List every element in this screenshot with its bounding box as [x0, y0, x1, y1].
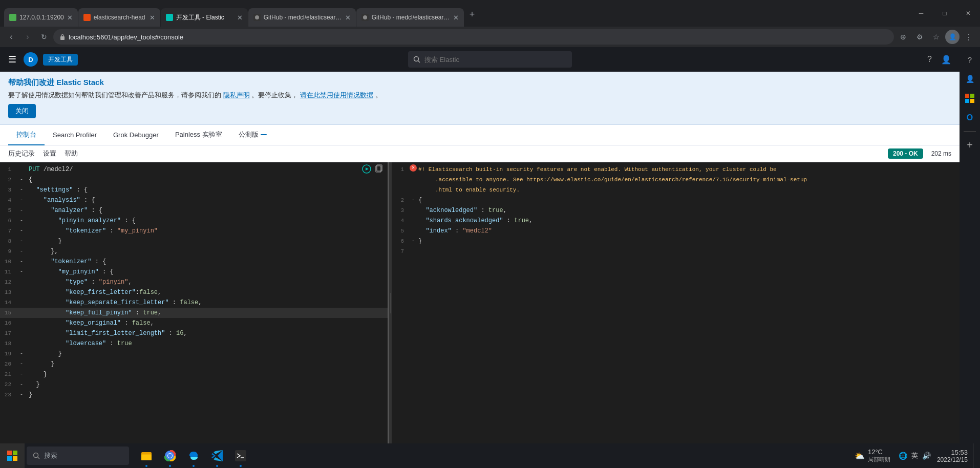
- output-line-2: 2 - {: [392, 195, 960, 205]
- browser-tab-5[interactable]: GitHub - medcl/elasticsearch-an... ✕: [356, 8, 464, 27]
- resize-handle[interactable]: [389, 162, 392, 443]
- clock-time: 15:53: [937, 449, 968, 456]
- tab-1-close[interactable]: ✕: [67, 14, 73, 22]
- browser-profile[interactable]: ⊕: [896, 30, 910, 44]
- browser-tab-3[interactable]: 开发工具 - Elastic ✕: [161, 8, 248, 27]
- tray-network-icon[interactable]: 🌐: [898, 451, 908, 461]
- hamburger-menu[interactable]: ☰: [6, 52, 18, 67]
- output-line-1: 1 ✕ #! Elasticsearch built-in security f…: [392, 164, 960, 175]
- browser-star[interactable]: ☆: [929, 30, 943, 44]
- code-line-7: 7 - "tokenizer" : "my_pinyin": [0, 226, 388, 236]
- taskbar: 搜索 ⛅: [0, 443, 980, 468]
- sidebar-help-icon[interactable]: ?: [962, 51, 978, 68]
- clock-date: 2022/12/15: [937, 456, 968, 463]
- browser-tab-2[interactable]: elasticsearch-head ✕: [78, 8, 160, 27]
- nav-user-icon[interactable]: 👤: [939, 53, 953, 67]
- svg-rect-16: [7, 456, 12, 461]
- sidebar-outlook-icon[interactable]: O: [962, 110, 978, 126]
- left-editor[interactable]: 1 PUT /medcl2/ 2 - { 3 - "settings": [0, 162, 389, 443]
- code-editor[interactable]: 1 PUT /medcl2/ 2 - { 3 - "settings": [0, 162, 388, 443]
- search-input[interactable]: [424, 56, 567, 63]
- sidebar-user-icon[interactable]: 👤: [962, 71, 978, 87]
- svg-rect-15: [13, 451, 17, 455]
- tray-speaker-icon[interactable]: 🔊: [921, 451, 932, 461]
- code-line-20: 20 - }: [0, 359, 388, 369]
- right-sidebar: ? 👤 O +: [960, 47, 980, 443]
- tab-5-close[interactable]: ✕: [453, 14, 459, 22]
- back-button[interactable]: ‹: [4, 30, 18, 44]
- url-bar[interactable]: localhost:5601/app/dev_tools#/console: [53, 29, 894, 45]
- weather-widget[interactable]: ⛅ 12°C 局部晴朗: [850, 448, 894, 463]
- minimize-button[interactable]: ─: [909, 0, 933, 27]
- taskbar-terminal-icon[interactable]: [229, 443, 252, 468]
- toolbar-history[interactable]: 历史记录: [8, 149, 35, 158]
- svg-marker-11: [366, 167, 369, 171]
- taskbar-right: ⛅ 12°C 局部晴朗 🌐 英 🔊 15:53 2022/12/15: [846, 443, 980, 468]
- show-desktop-button[interactable]: [973, 443, 976, 468]
- browser-menu[interactable]: ⋮: [962, 30, 976, 44]
- browser-tab-1[interactable]: 127.0.0.1:19200 ✕: [4, 8, 78, 27]
- tab-search-profiler[interactable]: Search Profiler: [45, 126, 105, 145]
- taskbar-explorer-icon[interactable]: [135, 443, 158, 468]
- code-line-5: 5 - "analyzer" : {: [0, 205, 388, 216]
- code-line-13: 13 "keep_first_letter":false,: [0, 287, 388, 297]
- svg-point-1: [363, 15, 367, 19]
- run-button[interactable]: [362, 164, 371, 174]
- copy-button[interactable]: [374, 164, 384, 174]
- taskbar-clock[interactable]: 15:53 2022/12/15: [935, 449, 970, 463]
- code-line-6: 6 - "pinyin_analyzer" : {: [0, 216, 388, 226]
- banner-close-button[interactable]: 关闭: [8, 104, 36, 118]
- output-line-3: 3 "acknowledged" : true,: [392, 205, 960, 216]
- disable-link[interactable]: 请在此禁用使用情况数据: [300, 91, 373, 99]
- tab-console[interactable]: 控制台: [8, 125, 45, 145]
- tab-4-title: GitHub - medcl/elasticsearch-an...: [264, 14, 342, 21]
- user-avatar[interactable]: D: [24, 52, 38, 67]
- sidebar-add-icon[interactable]: +: [962, 137, 978, 153]
- browser-extensions[interactable]: ⚙: [912, 30, 927, 44]
- output-line-1b: .accessible to anyone. See https://www.e…: [392, 175, 960, 185]
- taskbar-chrome-icon[interactable]: [159, 443, 181, 468]
- svg-point-0: [255, 15, 259, 19]
- tab-grok-debugger[interactable]: Grok Debugger: [105, 126, 167, 145]
- address-bar: ‹ › ↻ localhost:5601/app/dev_tools#/cons…: [0, 27, 980, 47]
- svg-point-8: [414, 57, 419, 61]
- code-line-15: 15 "keep_full_pinyin" : true,: [0, 308, 388, 318]
- taskbar-edge-icon[interactable]: [182, 443, 205, 468]
- maximize-button[interactable]: □: [933, 0, 956, 27]
- editor-area: 1 PUT /medcl2/ 2 - { 3 - "settings": [0, 162, 960, 443]
- svg-rect-17: [13, 456, 17, 461]
- banner-body: 要了解使用情况数据如何帮助我们管理和改善产品和服务，请参阅我们的 隐私声明 。要…: [8, 91, 951, 100]
- tab-1-title: 127.0.0.1:19200: [19, 14, 64, 21]
- breadcrumb-badge[interactable]: 开发工具: [43, 54, 78, 66]
- new-tab-button[interactable]: +: [464, 9, 480, 20]
- taskbar-start[interactable]: [0, 443, 25, 468]
- code-line-3: 3 - "settings" : {: [0, 185, 388, 195]
- toolbar-help[interactable]: 帮助: [65, 149, 78, 158]
- browser-account[interactable]: 👤: [945, 30, 960, 44]
- privacy-link[interactable]: 隐私声明: [223, 91, 250, 99]
- code-line-10: 10 - "tokenizer" : {: [0, 257, 388, 267]
- taskbar-search-text: 搜索: [44, 451, 57, 460]
- tab-painless[interactable]: Painless 实验室: [167, 125, 230, 145]
- tray-lang-icon[interactable]: 英: [910, 450, 919, 461]
- main-app: ☰ D 开发工具 elastic ? 👤 帮助我们改进 Elastic Stac…: [0, 47, 960, 443]
- browser-tab-4[interactable]: GitHub - medcl/elasticsearch-an... ✕: [248, 8, 356, 27]
- window-controls: ─ □ ✕: [909, 0, 980, 27]
- taskbar-search[interactable]: 搜索: [27, 446, 129, 465]
- tab-2-close[interactable]: ✕: [150, 14, 155, 22]
- tab-public-label: 公测版: [239, 130, 259, 139]
- taskbar-vscode-icon[interactable]: [206, 443, 228, 468]
- reload-button[interactable]: ↻: [37, 30, 51, 44]
- tab-3-close[interactable]: ✕: [237, 14, 243, 22]
- sidebar-office-icon[interactable]: [962, 90, 978, 107]
- close-button[interactable]: ✕: [956, 0, 980, 27]
- tab-4-close[interactable]: ✕: [345, 14, 351, 22]
- search-bar[interactable]: [408, 51, 572, 68]
- toolbar-settings[interactable]: 设置: [43, 149, 56, 158]
- code-line-16: 16 "keep_original" : false,: [0, 318, 388, 328]
- tab-public[interactable]: 公测版: [230, 125, 275, 145]
- forward-button[interactable]: ›: [20, 30, 35, 44]
- nav-help-icon[interactable]: ?: [925, 53, 934, 66]
- output-line-5: 5 "index" : "medcl2": [392, 226, 960, 236]
- weather-temp: 12°C: [868, 448, 890, 456]
